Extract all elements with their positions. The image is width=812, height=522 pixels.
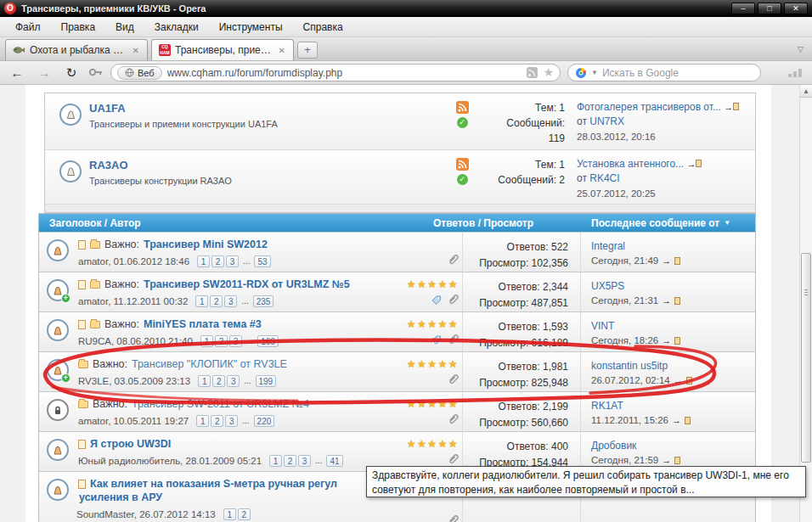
search-engine-chevron-icon[interactable]: ▼ <box>591 69 598 76</box>
column-header-lastpost[interactable]: Последнее сообщение от ▼ <box>581 217 755 229</box>
thread-title-link[interactable]: Трансивер SW-2011 от UR3LMZ №4 <box>132 398 309 410</box>
key-wand-icon[interactable] <box>88 65 104 81</box>
search-field[interactable]: ▼ Искать в Google <box>567 64 761 81</box>
column-header-title[interactable]: Заголовок / Автор <box>39 217 386 229</box>
page-button[interactable]: 53 <box>254 255 270 267</box>
goto-post-arrow-icon[interactable]: → <box>662 254 671 268</box>
goto-post-arrow-icon[interactable]: → <box>724 102 733 112</box>
page-button[interactable]: 3 <box>229 335 242 347</box>
menu-tools[interactable]: Инструменты <box>209 19 293 36</box>
page-button[interactable]: 2 <box>210 295 223 307</box>
page-button[interactable]: 2 <box>211 255 224 267</box>
search-placeholder[interactable]: Искать в Google <box>602 67 679 79</box>
web-mode-button[interactable]: Веб <box>117 66 162 80</box>
lastpost-user-link[interactable]: Дробовик <box>591 440 636 452</box>
lastpost-user-link[interactable]: konstantin us5itp <box>591 360 668 372</box>
tab-close-icon[interactable]: ✕ <box>278 46 286 55</box>
page-button[interactable]: 1 <box>269 455 282 467</box>
rss-badge-icon[interactable] <box>456 158 469 171</box>
forum-link[interactable]: RA3AO <box>89 159 128 171</box>
minimize-button[interactable]: – <box>731 3 755 14</box>
goto-post-doc-icon[interactable] <box>674 297 680 305</box>
address-bar[interactable]: Веб www.cqham.ru/forum/forumdisplay.php … <box>110 64 561 81</box>
page-button[interactable]: 160 <box>257 335 279 347</box>
lastpost-user-link[interactable]: RK4CI <box>589 172 619 184</box>
lastpost-user-link[interactable]: VINT <box>591 320 614 332</box>
goto-post-doc-icon[interactable] <box>685 417 691 424</box>
page-button[interactable]: 1 <box>195 295 208 307</box>
page-button[interactable]: 3 <box>226 255 239 267</box>
thread-title-link[interactable]: MiniYES плата тема #3 <box>144 318 262 330</box>
goto-post-arrow-icon[interactable]: → <box>662 334 671 348</box>
tab-list-chevron-icon[interactable]: ▽ <box>798 45 804 53</box>
page-button[interactable]: 199 <box>256 375 277 387</box>
vertical-scrollbar[interactable]: ▲ <box>799 85 812 522</box>
thread-title-link[interactable]: Как влияет на показания S-метра ручная р… <box>90 478 337 490</box>
menu-help[interactable]: Справка <box>293 19 353 36</box>
scrollbar-thumb[interactable] <box>801 253 811 463</box>
paperclip-icon[interactable] <box>447 293 459 306</box>
page-button[interactable]: 1 <box>200 335 213 347</box>
tab-hunting-fishing[interactable]: Охота и рыбалка в Бел... ✕ <box>5 39 148 60</box>
goto-post-arrow-icon[interactable]: → <box>674 373 683 388</box>
rss-badge-icon[interactable] <box>456 101 469 114</box>
lastpost-user-link[interactable]: RK1AT <box>591 400 623 412</box>
column-header-replies[interactable]: Ответов / Просмотр <box>386 217 581 229</box>
tab-transceivers[interactable]: CQHAM Трансиверы, приемник... ✕ <box>151 39 294 60</box>
page-button[interactable]: 3 <box>227 375 240 387</box>
paperclip-icon[interactable] <box>447 333 459 345</box>
menu-view[interactable]: Вид <box>105 19 144 36</box>
page-button[interactable]: 2 <box>212 375 225 387</box>
goto-post-doc-icon[interactable] <box>686 377 692 384</box>
lastpost-title-link[interactable]: Установка антенного... <box>577 158 684 170</box>
page-button[interactable]: 2 <box>215 335 228 347</box>
thread-title-line2[interactable]: усиления в АРУ <box>79 491 382 503</box>
page-button[interactable]: 2 <box>238 508 251 520</box>
bookmark-star-icon[interactable]: ★ <box>543 67 554 78</box>
page-button[interactable]: 3 <box>225 415 238 427</box>
tab-close-icon[interactable]: ✕ <box>132 46 140 55</box>
paperclip-icon[interactable] <box>447 413 459 425</box>
menu-bookmarks[interactable]: Закладки <box>144 19 209 36</box>
reload-icon[interactable]: ↻ <box>61 64 82 82</box>
goto-post-arrow-icon[interactable]: → <box>662 294 671 308</box>
page-button[interactable]: 2 <box>284 455 296 467</box>
goto-post-doc-icon[interactable] <box>674 337 680 345</box>
forward-icon[interactable]: → <box>34 64 54 82</box>
page-button[interactable]: 220 <box>254 415 275 427</box>
page-button[interactable]: 2 <box>211 415 223 427</box>
goto-post-arrow-icon[interactable]: → <box>672 413 681 428</box>
menu-file[interactable]: Файл <box>5 19 51 36</box>
page-button[interactable]: 1 <box>223 508 236 520</box>
page-button[interactable]: 41 <box>326 455 342 467</box>
paperclip-icon[interactable] <box>447 514 459 522</box>
new-tab-button[interactable]: + <box>297 42 318 59</box>
back-icon[interactable]: ← <box>7 64 27 82</box>
goto-post-arrow-icon[interactable]: → <box>686 159 696 169</box>
lastpost-user-link[interactable]: UX5PS <box>591 280 624 292</box>
page-button[interactable]: 1 <box>198 375 211 387</box>
page-button[interactable]: 3 <box>298 455 311 467</box>
thread-title-link[interactable]: Трансивер SW2011-RDX от UR3LMZ №5 <box>144 278 350 290</box>
paperclip-icon[interactable] <box>447 253 459 266</box>
menu-edit[interactable]: Правка <box>51 19 106 36</box>
page-button[interactable]: 235 <box>253 295 274 307</box>
close-button[interactable]: ✕ <box>784 3 808 14</box>
goto-post-doc-icon[interactable] <box>674 457 680 464</box>
lastpost-title-link[interactable]: Фотогалерея трансиверов от... <box>577 101 721 113</box>
lastpost-user-link[interactable]: Integral <box>591 240 625 252</box>
thread-title-link[interactable]: Трансивер "КЛОПИК" от RV3LE <box>132 358 287 370</box>
paperclip-icon[interactable] <box>447 452 459 465</box>
page-button[interactable]: 1 <box>197 255 210 267</box>
lastpost-user-link[interactable]: UN7RX <box>589 115 624 127</box>
page-button[interactable]: 1 <box>196 415 209 427</box>
page-button[interactable]: 3 <box>224 295 237 307</box>
goto-post-doc-icon[interactable] <box>733 103 739 110</box>
url-text[interactable]: www.cqham.ru/forum/forumdisplay.php <box>167 67 522 79</box>
forum-link[interactable]: UA1FA <box>89 102 126 115</box>
goto-post-doc-icon[interactable] <box>696 160 702 167</box>
goto-post-doc-icon[interactable] <box>674 257 680 265</box>
thread-title-link[interactable]: Я строю UW3DI <box>90 438 171 450</box>
maximize-button[interactable]: □ <box>758 3 781 14</box>
thread-title-link[interactable]: Трансивер Mini SW2012 <box>144 239 268 250</box>
